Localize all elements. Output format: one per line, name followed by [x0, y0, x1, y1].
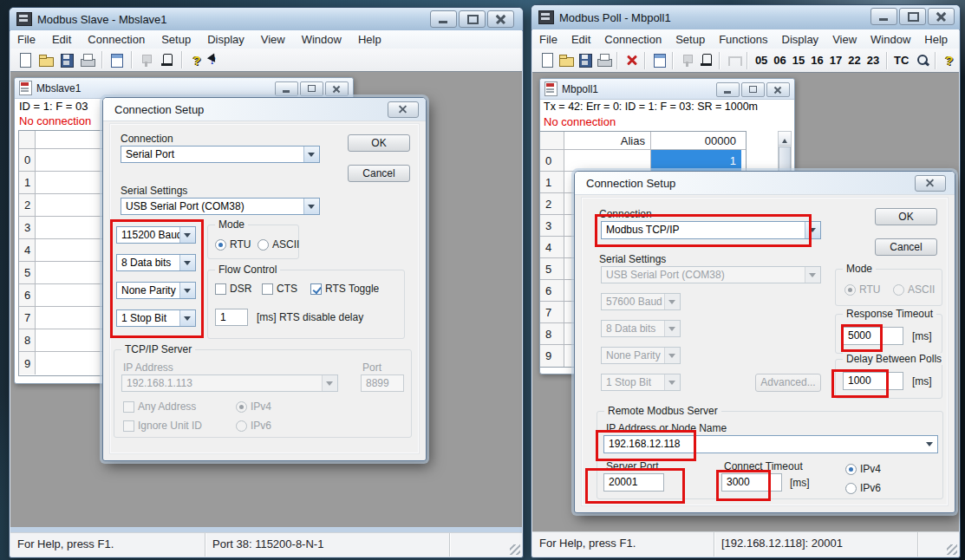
maximize-button[interactable] — [459, 10, 486, 28]
connect-icon[interactable] — [138, 52, 155, 68]
alias-header[interactable]: Alias — [564, 132, 651, 149]
function-05-button[interactable]: 05 — [755, 54, 767, 67]
ipv6-radio[interactable] — [845, 483, 857, 494]
save-icon[interactable] — [577, 52, 592, 68]
row-header[interactable]: 1 — [540, 172, 564, 192]
menu-display[interactable]: Display — [207, 33, 245, 46]
dialog-close-icon[interactable] — [915, 175, 946, 192]
row-header[interactable]: 4 — [19, 239, 36, 261]
menu-setup[interactable]: Setup — [161, 33, 191, 46]
row-header[interactable]: 0 — [19, 149, 36, 171]
connect-icon[interactable] — [679, 52, 694, 68]
minimize-button[interactable] — [430, 10, 457, 28]
pulse-icon[interactable] — [726, 52, 741, 68]
new-file-icon[interactable] — [16, 52, 34, 68]
row-header[interactable]: 1 — [19, 172, 36, 193]
ascii-radio[interactable] — [258, 239, 269, 251]
display-setup-icon[interactable] — [108, 52, 126, 68]
connection-combo[interactable]: Serial Port — [121, 146, 320, 163]
menu-window[interactable]: Window — [870, 33, 910, 46]
menu-window[interactable]: Window — [302, 33, 342, 46]
cancel-button[interactable]: Cancel — [348, 165, 410, 182]
row-header[interactable]: 7 — [540, 302, 564, 322]
menu-help[interactable]: Help — [358, 33, 381, 46]
menu-file[interactable]: File — [539, 33, 557, 46]
function-17-button[interactable]: 17 — [830, 54, 842, 67]
rts-toggle-checkbox[interactable] — [310, 283, 322, 295]
child-minimize-button[interactable] — [275, 81, 298, 96]
row-header[interactable]: 8 — [540, 323, 564, 344]
menu-view[interactable]: View — [261, 33, 285, 46]
open-file-icon[interactable] — [37, 52, 55, 68]
menu-connection[interactable]: Connection — [604, 33, 662, 46]
context-help-icon[interactable]: ? — [209, 52, 226, 68]
selected-register-cell[interactable]: 1 — [651, 150, 741, 171]
corner-cell[interactable] — [19, 131, 36, 148]
maximize-button[interactable] — [899, 8, 926, 25]
test-center-button[interactable]: TC — [894, 54, 909, 67]
serial-port-combo[interactable]: USB Serial Port (COM38) — [121, 198, 320, 215]
row-header[interactable]: 6 — [19, 284, 36, 306]
row-header[interactable]: 2 — [19, 194, 36, 216]
child-close-button[interactable] — [325, 81, 349, 96]
new-file-icon[interactable] — [538, 52, 554, 68]
print-icon[interactable] — [79, 52, 96, 68]
mbslave1-titlebar[interactable]: Mbslave1 — [15, 78, 353, 99]
dialog-titlebar[interactable]: Connection Setup — [103, 98, 426, 121]
row-header[interactable]: 5 — [540, 258, 564, 279]
row-header[interactable]: 5 — [19, 262, 36, 283]
disconnect-icon[interactable] — [623, 52, 639, 68]
register-header[interactable]: 00000 — [651, 132, 741, 149]
function-06-button[interactable]: 06 — [773, 54, 786, 67]
dialog-titlebar[interactable]: Connection Setup — [575, 172, 955, 195]
row-header[interactable]: 3 — [540, 215, 564, 236]
alias-cell[interactable] — [564, 150, 651, 171]
child-restore-button[interactable] — [741, 82, 765, 97]
function-16-button[interactable]: 16 — [811, 54, 823, 67]
print-icon[interactable] — [596, 52, 611, 68]
dialog-close-icon[interactable] — [388, 101, 419, 118]
child-close-button[interactable] — [766, 82, 790, 97]
menu-edit[interactable]: Edit — [571, 33, 590, 46]
mbpoll1-titlebar[interactable]: Mbpoll1 — [540, 79, 794, 100]
row-header[interactable]: 2 — [540, 193, 564, 214]
menu-view[interactable]: View — [832, 33, 857, 46]
display-setup-icon[interactable] — [651, 52, 667, 68]
ok-button[interactable]: OK — [875, 208, 937, 225]
chevron-down-icon[interactable] — [303, 147, 319, 162]
rts-delay-input[interactable]: 1 — [215, 309, 248, 326]
chevron-down-icon[interactable] — [923, 436, 937, 453]
help-icon[interactable]: ? — [188, 52, 205, 68]
save-icon[interactable] — [58, 52, 75, 68]
close-button[interactable] — [487, 10, 514, 28]
menu-connection[interactable]: Connection — [88, 33, 145, 46]
row-header[interactable]: 9 — [540, 345, 564, 367]
row-header[interactable]: 9 — [19, 352, 36, 374]
menu-help[interactable]: Help — [924, 33, 948, 46]
menu-functions[interactable]: Functions — [719, 33, 767, 46]
cancel-button[interactable]: Cancel — [875, 238, 937, 256]
corner-cell[interactable] — [540, 132, 564, 149]
communication-icon[interactable] — [698, 52, 714, 68]
resize-grip[interactable] — [510, 544, 520, 555]
cts-checkbox[interactable] — [262, 283, 273, 295]
child-minimize-button[interactable] — [716, 82, 740, 97]
menu-file[interactable]: File — [17, 33, 36, 46]
modbus-slave-titlebar[interactable]: Modbus Slave - Mbslave1 — [10, 8, 523, 31]
menu-setup[interactable]: Setup — [675, 33, 705, 46]
ipv4-radio[interactable] — [845, 464, 857, 475]
scroll-up-icon[interactable] — [779, 132, 791, 146]
modbus-poll-titlebar[interactable]: Modbus Poll - Mbpoll1 — [531, 5, 960, 30]
function-22-button[interactable]: 22 — [848, 54, 860, 67]
row-header[interactable]: 7 — [19, 307, 36, 329]
close-button[interactable] — [928, 8, 955, 25]
chevron-down-icon[interactable] — [303, 199, 319, 214]
rtu-radio[interactable] — [215, 239, 226, 251]
communication-icon[interactable] — [159, 52, 176, 68]
child-restore-button[interactable] — [300, 81, 323, 96]
find-icon[interactable] — [914, 52, 929, 68]
minimize-button[interactable] — [870, 8, 897, 25]
dsr-checkbox[interactable] — [215, 283, 226, 295]
row-header[interactable]: 3 — [19, 217, 36, 238]
row-header[interactable]: 4 — [540, 237, 564, 257]
